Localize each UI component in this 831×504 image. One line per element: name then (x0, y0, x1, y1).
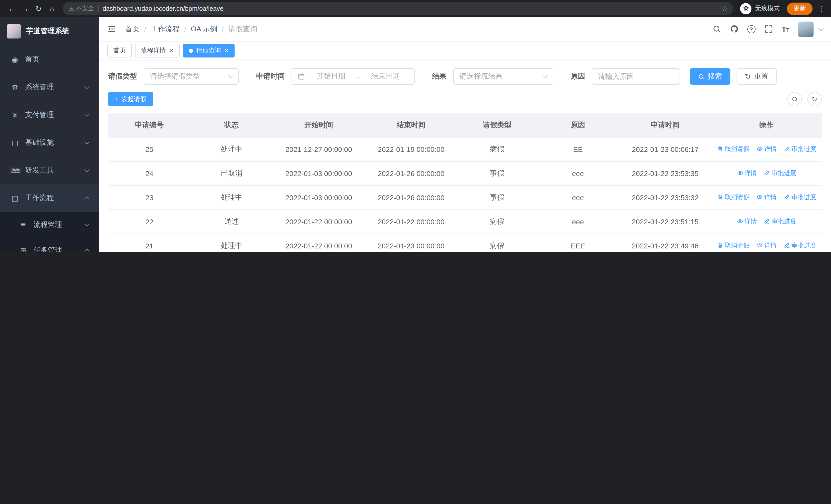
leave-table: 申请编号 状态 开始时间 结束时间 请假类型 原因 申请时间 操作 25 处理中… (108, 113, 822, 252)
breadcrumb-workflow[interactable]: 工作流程 (151, 24, 180, 34)
cell-end-time: 2022-01-23 00:00:00 (365, 234, 457, 252)
yen-icon: ¥ (10, 111, 20, 119)
start-date-input[interactable]: 开始日期 (308, 72, 354, 81)
screen: ← → ↻ ⌂ ⚠ 不安全 dashboard.yudao.iocoder.cn… (0, 0, 831, 252)
cell-leave-type: 病假 (457, 209, 537, 234)
gear-icon: ⚙ (10, 83, 20, 91)
user-avatar[interactable] (798, 21, 813, 37)
cell-end-time: 2022-01-19 00:00:00 (365, 137, 457, 161)
leave-type-label: 请假类型 (108, 72, 137, 81)
create-leave-button[interactable]: + 发起请假 (108, 92, 153, 106)
browser-home-button[interactable]: ⌂ (45, 2, 58, 15)
browser-forward-button[interactable]: → (19, 2, 32, 15)
col-reason: 原因 (537, 113, 619, 137)
leave-type-select[interactable]: 请选择请假类型 (144, 68, 239, 85)
app-logo-row[interactable]: 芋道管理系统 (0, 17, 99, 46)
font-size-button[interactable]: TT (781, 25, 790, 33)
refresh-icon: ↻ (745, 72, 751, 81)
cell-reason: EE (537, 137, 619, 161)
collapse-sidebar-button[interactable] (107, 25, 116, 33)
sidebar-item-infrastructure[interactable]: ▤ 基础设施 (0, 129, 99, 156)
bookmark-star-icon[interactable]: ☆ (721, 4, 728, 12)
search-icon (791, 96, 798, 102)
cell-status: 处理中 (191, 185, 273, 209)
approval-progress-link[interactable]: 审批进度 (784, 145, 816, 153)
sidebar-item-process-management[interactable]: ≣ 流程管理 (0, 212, 99, 238)
close-icon[interactable]: × (225, 47, 228, 54)
breadcrumb-oa-example[interactable]: OA 示例 (191, 24, 218, 34)
cell-leave-type: 病假 (457, 137, 537, 161)
refresh-table-button[interactable]: ↻ (807, 92, 822, 106)
sidebar-item-system[interactable]: ⚙ 系统管理 (0, 73, 99, 101)
detail-link[interactable]: 详情 (756, 145, 777, 153)
tab-home[interactable]: 首页 (107, 43, 132, 58)
browser-back-button[interactable]: ← (5, 2, 19, 15)
font-size-icon: T (781, 25, 786, 33)
browser-update-button[interactable]: 更新 (787, 2, 812, 14)
col-leave-type: 请假类型 (457, 113, 537, 137)
cell-reason: eee (537, 209, 619, 234)
breadcrumb-home[interactable]: 首页 (125, 24, 140, 34)
infrastructure-icon: ▤ (10, 139, 20, 147)
sidebar-item-home[interactable]: ◉ 首页 (0, 46, 99, 73)
result-select[interactable]: 请选择流结果 (453, 68, 553, 85)
trash-icon (717, 194, 723, 200)
cancel-leave-link[interactable]: 取消请假 (717, 145, 749, 153)
list-icon: ≣ (19, 221, 28, 229)
tab-leave-query[interactable]: 请假查询 × (182, 43, 235, 58)
fullscreen-button[interactable] (764, 25, 773, 33)
eye-icon (756, 194, 763, 200)
approval-progress-link[interactable]: 审批进度 (764, 169, 796, 178)
github-button[interactable] (729, 25, 738, 33)
approval-progress-link[interactable]: 审批进度 (764, 217, 796, 226)
cancel-leave-link[interactable]: 取消请假 (717, 193, 749, 202)
app-title: 芋道管理系统 (26, 27, 69, 36)
search-button[interactable]: 搜索 (690, 68, 730, 85)
dashboard-icon: ◉ (10, 55, 20, 64)
reload-icon: ↻ (35, 4, 41, 12)
close-icon[interactable]: × (169, 47, 173, 54)
table-header-row: 申请编号 状态 开始时间 结束时间 请假类型 原因 申请时间 操作 (108, 113, 822, 137)
chevron-down-icon (84, 167, 90, 172)
cell-status: 处理中 (191, 234, 273, 252)
address-bar[interactable]: ⚠ 不安全 dashboard.yudao.iocoder.cn/bpm/oa/… (63, 2, 733, 15)
sidebar-item-workflow[interactable]: ◫ 工作流程 (0, 184, 99, 212)
pen-icon (764, 170, 770, 176)
tab-process-detail[interactable]: 流程详情 × (135, 43, 179, 58)
url-text[interactable]: dashboard.yudao.iocoder.cn/bpm/oa/leave (103, 5, 721, 12)
detail-link[interactable]: 详情 (737, 217, 757, 226)
active-dot (189, 49, 193, 53)
detail-link[interactable]: 详情 (737, 169, 757, 178)
apply-time-range-picker[interactable]: 开始日期 - 结束日期 (291, 68, 415, 85)
browser-chrome: ← → ↻ ⌂ ⚠ 不安全 dashboard.yudao.iocoder.cn… (0, 0, 831, 17)
end-date-input[interactable]: 结束日期 (363, 72, 408, 81)
approval-progress-link[interactable]: 审批进度 (784, 241, 816, 250)
github-icon (729, 25, 738, 33)
table-row: 25 处理中 2021-12-27 00:00:00 2022-01-19 00… (108, 137, 822, 161)
avatar-chevron-icon[interactable] (819, 26, 824, 31)
cancel-leave-link[interactable]: 取消请假 (717, 241, 749, 250)
search-button[interactable] (712, 25, 721, 33)
sidebar-item-payment[interactable]: ¥ 支付管理 (0, 101, 99, 129)
sidebar-item-devtools[interactable]: ⌨ 研发工具 (0, 156, 99, 184)
help-button[interactable]: ? (747, 25, 755, 33)
sidebar: 芋道管理系统 ◉ 首页 ⚙ 系统管理 ¥ 支付管理 ▤ 基础设施 (0, 17, 99, 252)
cell-start-time: 2022-01-03 00:00:00 (273, 185, 365, 209)
sidebar-item-task-management[interactable]: ⊞ 任务管理 (0, 238, 99, 252)
browser-reload-button[interactable]: ↻ (32, 2, 45, 15)
detail-link[interactable]: 详情 (756, 193, 777, 202)
detail-link[interactable]: 详情 (756, 241, 777, 250)
reason-input[interactable] (598, 72, 674, 81)
security-warning[interactable]: ⚠ 不安全 (69, 5, 94, 12)
pen-icon (784, 194, 790, 200)
reset-button[interactable]: ↻ 重置 (737, 68, 776, 85)
chevron-down-icon (84, 139, 90, 145)
refresh-icon: ↻ (812, 95, 818, 103)
breadcrumb: 首页 / 工作流程 / OA 示例 / 请假查询 (125, 24, 257, 34)
cell-leave-type: 事假 (457, 161, 537, 185)
tab-bar: 首页 流程详情 × 请假查询 × (99, 41, 831, 60)
browser-menu-icon[interactable]: ⋮ (816, 4, 826, 12)
search-icon (698, 73, 705, 80)
toggle-search-button[interactable] (787, 92, 802, 106)
approval-progress-link[interactable]: 审批进度 (784, 193, 816, 202)
